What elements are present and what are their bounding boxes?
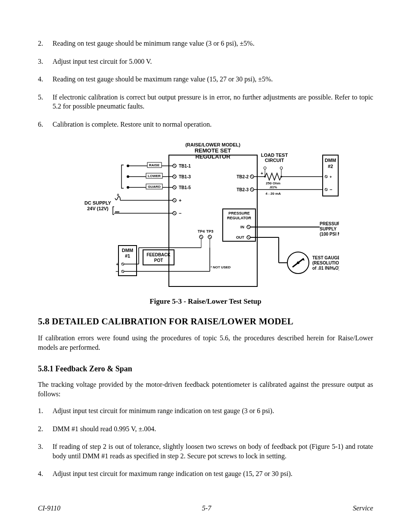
svg-line-97	[209, 236, 211, 238]
svg-line-8	[173, 175, 176, 178]
svg-text:OUT: OUT	[236, 235, 245, 240]
svg-point-89	[297, 261, 299, 264]
svg-line-42	[251, 175, 253, 178]
svg-text:PRESSURE: PRESSURE	[320, 221, 339, 226]
step-text: Adjust input test circuit for 5.000 V.	[53, 57, 373, 66]
svg-text:DMM: DMM	[325, 158, 336, 163]
step-number: 1.	[38, 406, 53, 416]
svg-line-66	[325, 176, 327, 177]
step-text: If reading of step 2 is out of tolerance…	[53, 442, 373, 460]
svg-text:+: +	[261, 171, 263, 176]
svg-text:+: +	[330, 175, 332, 179]
svg-point-61	[280, 167, 283, 169]
svg-text:REGULATOR: REGULATOR	[227, 216, 252, 220]
svg-text:DMM: DMM	[122, 248, 133, 253]
svg-text:DC SUPPLY: DC SUPPLY	[84, 200, 112, 205]
svg-text:#2: #2	[328, 164, 333, 169]
svg-point-33	[127, 186, 129, 189]
svg-text:TP4: TP4	[198, 229, 205, 233]
raise-lower-test-setup-diagram: (RAISE/LOWER MODEL) REMOTE SET REGULATOR…	[72, 138, 339, 289]
section-5-8-intro: If calibration errors were found using t…	[38, 333, 373, 352]
svg-text:IN: IN	[240, 225, 244, 229]
svg-point-58	[264, 167, 266, 169]
svg-text:GUARD: GUARD	[148, 185, 161, 189]
svg-line-5	[173, 165, 176, 167]
svg-line-45	[251, 188, 253, 191]
svg-text:LOAD TEST: LOAD TEST	[261, 152, 288, 158]
step-number: 6.	[38, 120, 53, 129]
step-number: 4.	[38, 75, 53, 84]
svg-line-76	[247, 226, 250, 228]
page-footer: CI-9110 5-7 Service	[38, 504, 373, 513]
svg-text:REGULATOR: REGULATOR	[195, 153, 230, 160]
footer-doc-id: CI-9110	[38, 504, 60, 513]
step-number: 5.	[38, 93, 53, 111]
footer-page-number: 5-7	[202, 504, 211, 513]
svg-text:POT: POT	[154, 258, 163, 263]
svg-line-69	[325, 189, 327, 190]
svg-point-28	[127, 175, 129, 178]
step-text: DMM #1 should read 0.995 V, ±.004.	[53, 424, 373, 434]
svg-text:+: +	[179, 198, 181, 203]
svg-text:(RAISE/LOWER MODEL): (RAISE/LOWER MODEL)	[185, 142, 240, 147]
svg-text:TB1-5: TB1-5	[179, 185, 191, 190]
svg-text:−: −	[115, 268, 118, 274]
svg-text:SUPPLY: SUPPLY	[320, 227, 336, 231]
step-number: 3.	[38, 57, 53, 66]
svg-line-79	[247, 236, 250, 239]
svg-text:of .01 IN/H₂O): of .01 IN/H₂O)	[312, 266, 339, 271]
svg-text:PRESSURE: PRESSURE	[228, 211, 250, 215]
step-text: Adjust input test circuit for maximum ra…	[53, 469, 373, 479]
svg-text:LOWER: LOWER	[148, 174, 161, 178]
svg-line-11	[173, 186, 176, 189]
svg-text:TB1-3: TB1-3	[179, 174, 191, 179]
step-text: If electronic calibration is correct but…	[53, 93, 373, 111]
svg-point-23	[127, 165, 129, 167]
svg-text:250 Ohm: 250 Ohm	[266, 181, 280, 185]
step-number: 4.	[38, 469, 53, 479]
calibration-steps-upper: 2.Reading on test gauge should be minimu…	[38, 39, 373, 129]
svg-line-95	[200, 236, 202, 238]
svg-line-17	[173, 212, 176, 215]
feedback-steps: 1.Adjust input test circuit for minimum …	[38, 406, 373, 479]
svg-text:TB2-2: TB2-2	[237, 174, 249, 179]
svg-text:.01%: .01%	[269, 185, 277, 189]
svg-text:CIRCUIT: CIRCUIT	[265, 158, 284, 163]
figure-caption: Figure 5-3 - Raise/Lower Test Setup	[38, 297, 373, 307]
svg-text:TP3: TP3	[206, 229, 214, 233]
section-5-8-1-heading: 5.8.1 Feedback Zero & Span	[38, 364, 373, 374]
step-number: 3.	[38, 442, 53, 460]
footer-section: Service	[353, 504, 373, 513]
step-number: 2.	[38, 39, 53, 48]
step-text: Reading on test gauge should be maximum …	[53, 75, 373, 84]
svg-line-112	[122, 271, 124, 272]
step-number: 2.	[38, 424, 53, 434]
section-5-8-1-intro: The tracking voltage provided by the mot…	[38, 380, 373, 398]
figure-5-3: (RAISE/LOWER MODEL) REMOTE SET REGULATOR…	[38, 138, 373, 291]
step-text: Calibration is complete. Restore unit to…	[53, 120, 373, 129]
svg-text:−: −	[179, 211, 181, 216]
svg-text:−: −	[330, 187, 332, 192]
svg-text:RAISE: RAISE	[149, 163, 160, 167]
svg-text:4 - 20 mA: 4 - 20 mA	[265, 192, 281, 196]
svg-text:REMOTE SET: REMOTE SET	[195, 147, 231, 154]
svg-text:TB1-1: TB1-1	[179, 164, 191, 168]
svg-text:TB2-3: TB2-3	[237, 187, 249, 192]
step-text: Adjust input test circuit for minimum ra…	[53, 406, 373, 416]
step-text: Reading on test gauge should be minimum …	[53, 39, 373, 48]
svg-text:+: +	[116, 262, 118, 267]
svg-text:#1: #1	[125, 253, 130, 258]
svg-text:TEST GAUGE: TEST GAUGE	[312, 255, 339, 260]
svg-line-109	[122, 263, 124, 265]
svg-text:+: +	[117, 193, 119, 197]
svg-text:(100 PSI Max.): (100 PSI Max.)	[320, 232, 339, 236]
section-5-8-heading: 5.8 DETAILED CALIBRATION FOR RAISE/LOWER…	[38, 315, 373, 327]
svg-text:FEEDBACK: FEEDBACK	[146, 252, 171, 257]
svg-text:(RESOLUTION: (RESOLUTION	[312, 261, 339, 265]
svg-line-14	[173, 199, 176, 202]
svg-text:* NOT USED: * NOT USED	[211, 265, 231, 269]
svg-text:24V (12V): 24V (12V)	[87, 206, 109, 211]
